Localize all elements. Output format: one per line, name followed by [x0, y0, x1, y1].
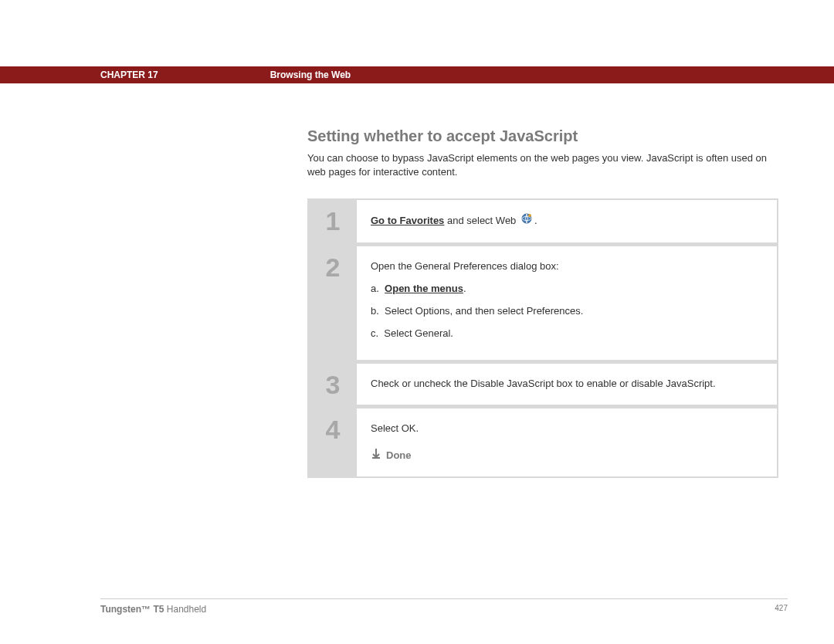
sub-item-c: c. Select General. — [371, 326, 763, 342]
step-number: 2 — [309, 246, 357, 360]
chapter-label: CHAPTER 17 — [100, 69, 158, 80]
step-number: 3 — [309, 364, 357, 405]
done-label: Done — [386, 448, 412, 464]
footer-page-number: 427 — [775, 604, 788, 615]
svg-point-2 — [528, 214, 531, 217]
sub-list: a. Open the menus. b. Select Options, an… — [371, 281, 763, 341]
step-body: Select OK. Done — [357, 408, 777, 476]
step-body: Check or uncheck the Disable JavaScript … — [357, 364, 777, 405]
sub-item-a: a. Open the menus. — [371, 281, 763, 297]
steps-container: 1 Go to Favorites and select Web . 2 Ope… — [307, 198, 778, 477]
step-body: Go to Favorites and select Web . — [357, 200, 777, 242]
step-lead: Open the General Preferences dialog box: — [371, 259, 763, 275]
step-text: Check or uncheck the Disable JavaScript … — [371, 378, 716, 389]
step-2: 2 Open the General Preferences dialog bo… — [309, 246, 777, 364]
page-footer: Tungsten™ T5 Handheld 427 — [100, 598, 788, 615]
step-1: 1 Go to Favorites and select Web . — [309, 200, 777, 246]
step-text: and select Web — [444, 215, 519, 226]
step-3: 3 Check or uncheck the Disable JavaScrip… — [309, 364, 777, 408]
sub-item-b: b. Select Options, and then select Prefe… — [371, 303, 763, 320]
step-number: 1 — [309, 200, 357, 242]
step-4: 4 Select OK. Done — [309, 408, 777, 476]
main-content: Setting whether to accept JavaScript You… — [307, 127, 778, 478]
chapter-title: Browsing the Web — [270, 69, 351, 80]
web-icon — [520, 212, 533, 230]
step-number: 4 — [309, 408, 357, 476]
done-row: Done — [371, 448, 763, 464]
step-trailing: . — [534, 215, 537, 226]
open-menus-link[interactable]: Open the menus — [385, 283, 463, 294]
footer-product: Tungsten™ T5 Handheld — [100, 604, 206, 615]
favorites-link[interactable]: Go to Favorites — [371, 215, 444, 226]
chapter-header: CHAPTER 17 Browsing the Web — [0, 66, 834, 83]
section-title: Setting whether to accept JavaScript — [307, 127, 778, 145]
done-arrow-icon — [371, 448, 381, 464]
step-body: Open the General Preferences dialog box:… — [357, 246, 777, 360]
step-text: Select OK. — [371, 421, 763, 437]
section-intro: You can choose to bypass JavaScript elem… — [307, 151, 778, 179]
